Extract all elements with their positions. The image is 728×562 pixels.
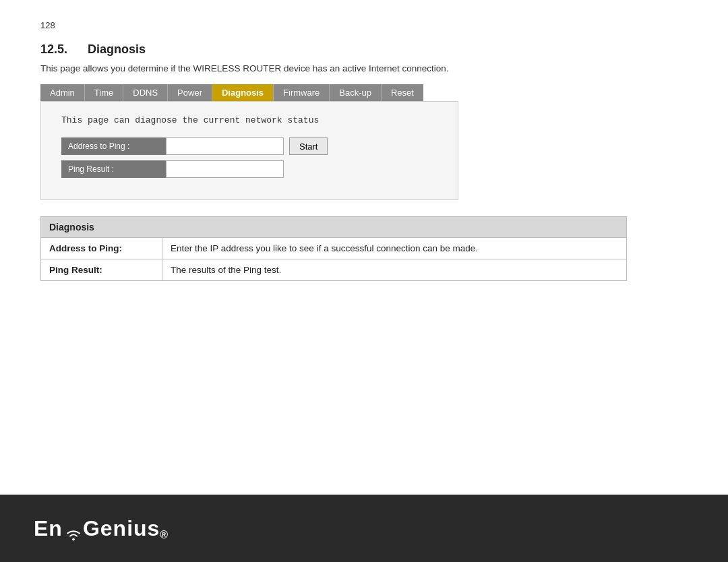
logo-en: En	[34, 516, 63, 541]
wifi-icon	[64, 522, 83, 537]
logo-text: En Genius ®	[34, 516, 169, 541]
tab-admin[interactable]: Admin	[40, 84, 85, 101]
section-number: 12.5.	[40, 42, 67, 56]
field-ping-result: Ping Result:	[41, 259, 162, 281]
page-number: 128	[40, 20, 688, 30]
logo-genius: Genius	[83, 516, 160, 541]
panel-description: This page can diagnose the current netwo…	[61, 115, 437, 125]
address-row: Address to Ping : Start	[61, 137, 437, 155]
section-description: This page allows you determine if the WI…	[40, 63, 688, 73]
tab-power[interactable]: Power	[168, 84, 212, 101]
table-row: Address to Ping: Enter the IP address yo…	[41, 238, 627, 259]
table-row: Ping Result: The results of the Ping tes…	[41, 259, 627, 281]
address-input[interactable]	[166, 137, 284, 155]
ping-result-input[interactable]	[166, 160, 284, 178]
reference-table: Diagnosis Address to Ping: Enter the IP …	[40, 216, 627, 281]
field-address-to-ping: Address to Ping:	[41, 238, 162, 259]
tab-firmware[interactable]: Firmware	[274, 84, 330, 101]
start-button[interactable]: Start	[289, 137, 328, 155]
diagnosis-panel: This page can diagnose the current netwo…	[40, 101, 458, 200]
tab-bar: Admin Time DDNS Power Diagnosis Firmware…	[40, 84, 423, 101]
ping-result-row: Ping Result :	[61, 160, 437, 178]
table-header: Diagnosis	[41, 217, 627, 238]
address-label: Address to Ping :	[61, 137, 166, 155]
svg-point-0	[72, 538, 75, 540]
tab-time[interactable]: Time	[85, 84, 123, 101]
desc-address-to-ping: Enter the IP address you like to see if …	[162, 238, 627, 259]
desc-ping-result: The results of the Ping test.	[162, 259, 627, 281]
tab-diagnosis[interactable]: Diagnosis	[212, 84, 274, 101]
tab-ddns[interactable]: DDNS	[123, 84, 168, 101]
ping-result-label: Ping Result :	[61, 160, 166, 178]
tab-backup[interactable]: Back-up	[330, 84, 382, 101]
section-title: Diagnosis	[88, 42, 146, 56]
section-heading: 12.5.Diagnosis	[40, 42, 688, 57]
footer-logo: En Genius ®	[34, 516, 169, 541]
trademark-symbol: ®	[160, 529, 169, 541]
footer: En Genius ®	[0, 495, 728, 562]
tab-reset[interactable]: Reset	[382, 84, 423, 101]
